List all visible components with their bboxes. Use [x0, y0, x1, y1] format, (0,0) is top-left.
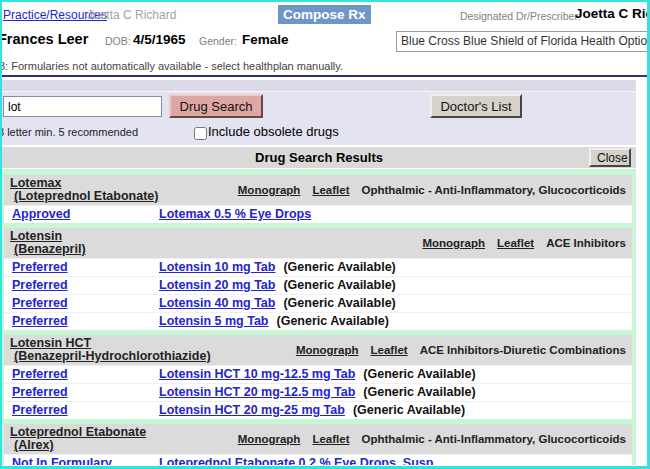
- drug-category-label: Ophthalmic - Anti-Inflammatory, Glucocor…: [361, 184, 626, 196]
- generic-available-label: (Generic Available): [363, 385, 475, 400]
- formulary-status-link[interactable]: Approved: [12, 207, 159, 222]
- page-title: Compose Rx: [278, 5, 371, 24]
- drug-group-generic-link[interactable]: (Loteprednol Etabonate): [10, 190, 158, 203]
- drug-name-link[interactable]: Lotensin 5 mg Tab: [159, 314, 269, 329]
- drug-result-row: PreferredLotensin 10 mg Tab(Generic Avai…: [4, 258, 632, 276]
- monograph-link[interactable]: Monograph: [296, 344, 359, 356]
- group-header-links: MonographLeafletOphthalmic - Anti-Inflam…: [238, 433, 626, 445]
- formulary-status-link[interactable]: Preferred: [12, 278, 159, 293]
- results-title: Drug Search Results: [255, 150, 383, 165]
- dob-value: 4/5/1965: [133, 32, 186, 47]
- generic-available-label: (Generic Available): [283, 278, 395, 293]
- leaflet-link[interactable]: Leaflet: [371, 344, 408, 356]
- generic-available-label: (Generic Available): [283, 296, 395, 311]
- drug-search-button[interactable]: Drug Search: [169, 94, 263, 118]
- drug-group-generic-link[interactable]: (Benazepril-Hydrochlorothiazide): [10, 350, 211, 363]
- formulary-status-link[interactable]: Preferred: [12, 367, 159, 382]
- formulary-status-link[interactable]: Preferred: [12, 260, 159, 275]
- user-name-label: Joetta C Richard: [87, 8, 176, 22]
- formulary-status-link[interactable]: Preferred: [12, 314, 159, 329]
- drug-name-link[interactable]: Lotensin 10 mg Tab: [159, 260, 275, 275]
- drug-result-row: PreferredLotensin 40 mg Tab(Generic Avai…: [4, 294, 632, 312]
- divider-rule: [2, 75, 647, 77]
- formulary-status-link[interactable]: Not In Formulary: [12, 456, 159, 465]
- drug-name-link[interactable]: Lotensin 20 mg Tab: [159, 278, 275, 293]
- monograph-link[interactable]: Monograph: [238, 433, 301, 445]
- drug-name-link[interactable]: Lotensin 40 mg Tab: [159, 296, 275, 311]
- drug-result-row: ApprovedLotemax 0.5 % Eye Drops: [4, 205, 632, 223]
- drug-name-link[interactable]: Lotemax 0.5 % Eye Drops: [159, 207, 311, 222]
- leaflet-link[interactable]: Leaflet: [497, 237, 534, 249]
- formulary-status-link[interactable]: Preferred: [12, 385, 159, 400]
- drug-category-label: Ophthalmic - Anti-Inflammatory, Glucocor…: [361, 433, 626, 445]
- result-group-header: Lotemax(Loteprednol Etabonate)MonographL…: [4, 175, 632, 205]
- formulary-status-link[interactable]: Preferred: [12, 296, 159, 311]
- drug-result-row: PreferredLotensin HCT 20 mg-25 mg Tab(Ge…: [4, 401, 632, 419]
- result-group: Lotemax(Loteprednol Etabonate)MonographL…: [4, 175, 632, 223]
- results-list: Lotemax(Loteprednol Etabonate)MonographL…: [2, 169, 636, 465]
- group-header-links: MonographLeafletOphthalmic - Anti-Inflam…: [238, 184, 626, 196]
- results-header-bar: Drug Search Results Close: [2, 147, 636, 168]
- drug-group-generic-link[interactable]: (Benazepril): [10, 243, 86, 256]
- monograph-link[interactable]: Monograph: [238, 184, 301, 196]
- include-obsolete-label: Include obsolete drugs: [208, 124, 339, 139]
- include-obsolete-checkbox[interactable]: [194, 127, 207, 140]
- generic-available-label: (Generic Available): [353, 403, 465, 418]
- gender-label: Gender:: [199, 35, 237, 47]
- healthplan-select[interactable]: Blue Cross Blue Shield of Florida Health…: [396, 31, 650, 52]
- formulary-note: 3: Formularies not automatically availab…: [0, 60, 343, 72]
- generic-available-label: (Generic Available): [283, 260, 395, 275]
- drug-search-input[interactable]: [3, 96, 162, 117]
- generic-available-label: (Generic Available): [363, 367, 475, 382]
- generic-available-label: (Generic Available): [277, 314, 389, 329]
- patient-name: Frances Leer: [0, 31, 88, 47]
- group-header-links: MonographLeafletACE Inhibitors: [422, 237, 626, 249]
- drug-group-name: Loteprednol Etabonate(Alrex): [10, 426, 146, 452]
- drug-group-name: Lotensin HCT(Benazepril-Hydrochlorothiaz…: [10, 337, 211, 363]
- result-group: Lotensin(Benazepril)MonographLeafletACE …: [4, 228, 632, 330]
- search-hint: 3 letter min. 5 recommended: [0, 126, 138, 138]
- drug-name-link[interactable]: Lotensin HCT 20 mg-12.5 mg Tab: [159, 385, 355, 400]
- drug-result-row: PreferredLotensin HCT 20 mg-12.5 mg Tab(…: [4, 383, 632, 401]
- doctors-list-button[interactable]: Doctor's List: [430, 94, 522, 118]
- result-group: Loteprednol Etabonate(Alrex)MonographLea…: [4, 424, 632, 465]
- drug-result-row: PreferredLotensin 5 mg Tab(Generic Avail…: [4, 312, 632, 330]
- group-header-links: MonographLeafletACE Inhibitors-Diuretic …: [296, 344, 626, 356]
- drug-name-link[interactable]: Lotensin HCT 20 mg-25 mg Tab: [159, 403, 345, 418]
- drug-result-row: PreferredLotensin 20 mg Tab(Generic Avai…: [4, 276, 632, 294]
- designated-prescriber-value: Joetta C Richard: [575, 6, 650, 21]
- result-group-header: Lotensin(Benazepril)MonographLeafletACE …: [4, 228, 632, 258]
- close-button[interactable]: Close: [589, 148, 631, 167]
- drug-group-name: Lotemax(Loteprednol Etabonate): [10, 177, 158, 203]
- drug-name-link[interactable]: Lotensin HCT 10 mg-12.5 mg Tab: [159, 367, 355, 382]
- drug-result-row: PreferredLotensin HCT 10 mg-12.5 mg Tab(…: [4, 365, 632, 383]
- result-group-header: Lotensin HCT(Benazepril-Hydrochlorothiaz…: [4, 335, 632, 365]
- drug-group-name: Lotensin(Benazepril): [10, 230, 86, 256]
- leaflet-link[interactable]: Leaflet: [312, 433, 349, 445]
- drug-category-label: ACE Inhibitors: [546, 237, 626, 249]
- compose-rx-window: Practice/Resources Joetta C Richard Comp…: [0, 0, 650, 469]
- result-group: Lotensin HCT(Benazepril-Hydrochlorothiaz…: [4, 335, 632, 419]
- formulary-status-link[interactable]: Preferred: [12, 403, 159, 418]
- drug-category-label: ACE Inhibitors-Diuretic Combinations: [420, 344, 626, 356]
- result-group-header: Loteprednol Etabonate(Alrex)MonographLea…: [4, 424, 632, 454]
- drug-group-generic-link[interactable]: (Alrex): [10, 439, 146, 452]
- designated-prescriber-label: Designated Dr/Prescriber:: [460, 10, 581, 22]
- panel-top-strip: [2, 80, 636, 92]
- drug-result-row: Not In FormularyLoteprednol Etabonate 0.…: [4, 454, 632, 465]
- dob-label: DOB:: [105, 35, 131, 47]
- leaflet-link[interactable]: Leaflet: [312, 184, 349, 196]
- monograph-link[interactable]: Monograph: [422, 237, 485, 249]
- drug-name-link[interactable]: Loteprednol Etabonate 0.2 % Eye Drops, S…: [159, 456, 433, 465]
- gender-value: Female: [242, 32, 289, 47]
